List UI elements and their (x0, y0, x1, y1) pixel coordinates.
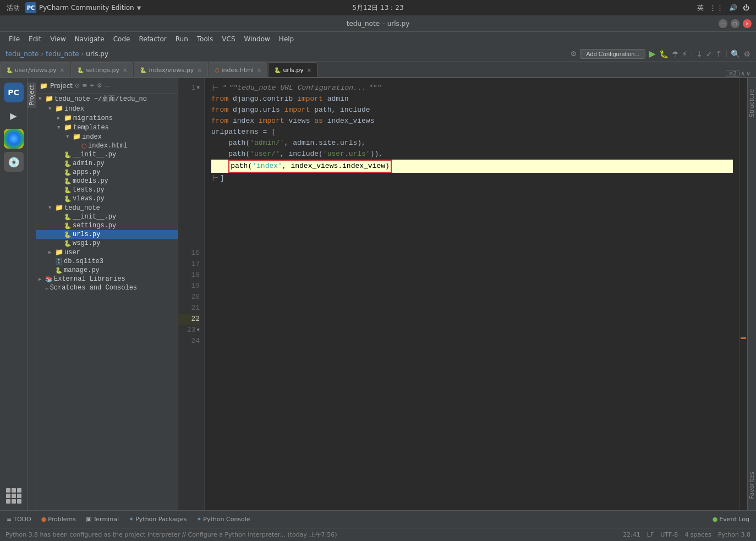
menu-help[interactable]: Help (275, 34, 298, 44)
tree-external-libs[interactable]: ▶ 📚 External Libraries (36, 275, 178, 283)
menu-code[interactable]: Code (109, 34, 135, 44)
tab-index-views[interactable]: 🐍 index/views.py × (134, 62, 207, 77)
status-python-version[interactable]: Python 3.8 (718, 531, 750, 538)
tree-user-folder[interactable]: ▶ 📁 user (36, 248, 178, 257)
tree-apps-py[interactable]: 🐍 apps.py (36, 168, 178, 177)
code-editor[interactable]: 1 ▼ 16 17 18 19 (178, 78, 747, 510)
tree-urls-py[interactable]: 🐍 urls.py (36, 230, 178, 239)
menu-file[interactable]: File (4, 34, 24, 44)
dock-pycharm-icon[interactable]: PC (4, 83, 24, 102)
status-lf[interactable]: LF (647, 531, 654, 538)
tree-migrations[interactable]: ▶ 📁 migrations (36, 113, 178, 123)
menu-run[interactable]: Run (171, 34, 193, 44)
py-icon: 🐍 (64, 169, 72, 176)
tree-templates[interactable]: ▼ 📁 templates (36, 123, 178, 132)
network-icon: ⋮⋮ (709, 4, 724, 12)
tree-wsgi-py[interactable]: 🐍 wsgi.py (36, 239, 178, 248)
coverage-button[interactable]: ☂ (672, 50, 679, 58)
tab-close-index-html[interactable]: × (257, 67, 261, 73)
dock-apps-icon[interactable] (4, 486, 24, 506)
file-name: admin.py (73, 160, 105, 167)
py-icon: 🐍 (64, 222, 72, 229)
breadcrumb-item-1[interactable]: tedu_note (6, 50, 39, 58)
tab-user-views[interactable]: 🐍 user/views.py × (0, 62, 70, 77)
app-menu-arrow[interactable]: ▼ (137, 5, 141, 11)
tab-close-user-views[interactable]: × (60, 67, 64, 73)
bottom-tab-problems[interactable]: ● Problems (37, 514, 80, 524)
status-line-col[interactable]: 22:41 (623, 531, 640, 538)
code-line-20: path('admin/', admin.site.urls), (211, 138, 733, 149)
bottom-tab-python-packages[interactable]: ✦ Python Packages (124, 514, 191, 524)
menu-view[interactable]: View (46, 34, 70, 44)
structure-label[interactable]: Structure (748, 89, 755, 117)
vcs-push-button[interactable]: ↑ (716, 50, 722, 58)
gutter-error-marker (741, 337, 746, 339)
sidebar-layout-icon[interactable]: ÷ (90, 82, 95, 89)
window-maximize[interactable]: □ (731, 19, 739, 28)
sidebar-cog-icon[interactable]: ⊙ (75, 82, 80, 89)
fold-down-btn[interactable]: ∨ (746, 70, 750, 77)
code-content[interactable]: ├─ """tedu_note URL Configuration...""" … (205, 78, 739, 510)
bottom-tab-terminal[interactable]: ▣ Terminal (81, 514, 123, 524)
menu-vcs[interactable]: VCS (217, 34, 239, 44)
tree-admin-py[interactable]: 🐍 admin.py (36, 159, 178, 168)
tab-index-html[interactable]: ⬡ index.html × (209, 62, 268, 77)
settings-button[interactable]: ⚙ (743, 50, 750, 58)
tree-tedu-note-folder[interactable]: ▼ 📁 tedu_note (36, 203, 178, 212)
search-everywhere-button[interactable]: 🔍 (731, 50, 740, 58)
tree-scratches[interactable]: ✏️ Scratches and Consoles (36, 283, 178, 292)
tree-views-py[interactable]: 🐍 views.py (36, 194, 178, 203)
window-close[interactable]: × (743, 19, 752, 28)
bottom-tab-todo[interactable]: ≡ TODO (2, 514, 36, 524)
menu-tools[interactable]: Tools (193, 34, 218, 44)
tree-settings-py[interactable]: 🐍 settings.py (36, 221, 178, 230)
breadcrumb-item-2[interactable]: tedu_note (46, 50, 79, 58)
tab-close-urls[interactable]: × (307, 67, 311, 73)
favorites-label[interactable]: Favorites (748, 472, 755, 499)
tree-db-sqlite[interactable]: 🗄️ db.sqlite3 (36, 257, 178, 266)
window-minimize[interactable]: — (719, 19, 727, 28)
sidebar-gear-icon[interactable]: ⚙ (97, 82, 102, 89)
tree-models-py[interactable]: 🐍 models.py (36, 177, 178, 185)
menu-window[interactable]: Window (240, 34, 275, 44)
menu-navigate[interactable]: Navigate (70, 34, 109, 44)
py-icon: 🐍 (64, 240, 72, 247)
run-button[interactable]: ▶ (649, 48, 655, 59)
sidebar-sort-icon[interactable]: ≡ (82, 82, 87, 89)
tree-index-folder[interactable]: ▼ 📁 index (36, 104, 178, 113)
tree-root[interactable]: ▼ 📁 tedu_note ~/桌面/tedu_no (36, 94, 178, 104)
tab-label-settings: settings.py (86, 67, 119, 74)
tree-init-py-2[interactable]: 🐍 __init__.py (36, 212, 178, 221)
profile-button[interactable]: ⚡ (682, 50, 687, 58)
tree-init-py-1[interactable]: 🐍 __init__.py (36, 150, 178, 159)
event-log-button[interactable]: ● Event Log (708, 514, 754, 524)
dock-dvd-icon[interactable]: 💿 (4, 152, 24, 172)
tree-manage-py[interactable]: 🐍 manage.py (36, 266, 178, 275)
sidebar-collapse-icon[interactable]: — (105, 82, 111, 89)
tree-templates-index[interactable]: ▼ 📁 index (36, 132, 178, 141)
git-icon[interactable]: ⚙ (571, 50, 577, 58)
activities-label[interactable]: 活动 (7, 3, 20, 13)
tab-html-icon: ⬡ (215, 67, 220, 73)
bottom-tab-python-console[interactable]: ✦ Python Console (192, 514, 255, 524)
vcs-commit-button[interactable]: ✓ (706, 50, 713, 58)
dock-browser-icon[interactable] (4, 129, 24, 149)
tab-close-index-views[interactable]: × (197, 67, 201, 73)
menu-refactor[interactable]: Refactor (134, 34, 171, 44)
fold-up-btn[interactable]: ∧ (741, 70, 745, 77)
tab-settings[interactable]: 🐍 settings.py × (71, 62, 133, 77)
dock-terminal-icon[interactable]: ▶ (4, 106, 24, 125)
arrow-icon: ▼ (48, 205, 54, 211)
status-encoding[interactable]: UTF-8 (660, 531, 678, 538)
tab-close-settings[interactable]: × (123, 67, 127, 73)
tree-tests-py[interactable]: 🐍 tests.py (36, 185, 178, 194)
project-panel-label[interactable]: Project (27, 83, 36, 108)
menu-edit[interactable]: Edit (24, 34, 46, 44)
add-configuration-button[interactable]: Add Configuration... (580, 49, 645, 59)
vcs-update-button[interactable]: ↓ (696, 50, 703, 58)
folder-icon: 📁 (64, 114, 72, 122)
debug-button[interactable]: 🐛 (659, 50, 669, 58)
tab-urls-py[interactable]: 🐍 urls.py × (268, 62, 317, 77)
tree-index-html[interactable]: ⬡ index.html (36, 141, 178, 150)
status-indent[interactable]: 4 spaces (684, 531, 711, 538)
